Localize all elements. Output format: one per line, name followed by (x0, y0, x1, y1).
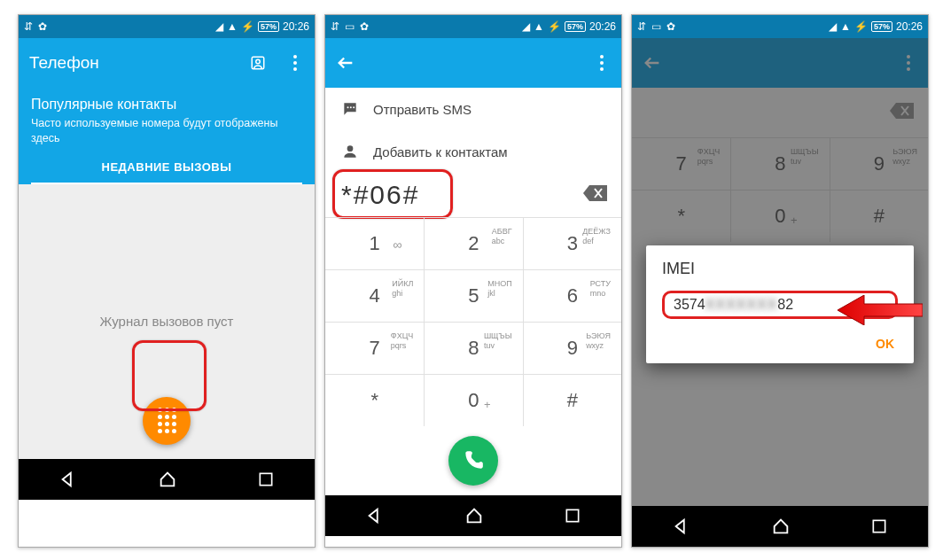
popular-contacts-banner: Популярные контакты Часто используемые н… (19, 88, 315, 184)
svg-point-6 (347, 145, 354, 152)
send-sms-action[interactable]: Отправить SMS (325, 88, 621, 130)
add-contact-label: Добавить к контактам (373, 144, 508, 159)
key-1[interactable]: 1∞ (325, 217, 424, 269)
sms-icon (341, 100, 359, 118)
nav-back-icon[interactable] (58, 470, 78, 489)
contact-card-icon[interactable] (249, 54, 267, 72)
call-row (325, 426, 621, 495)
key-3[interactable]: 3ДЕЁЖЗdef (523, 217, 621, 269)
battery-indicator: 57% (258, 21, 279, 32)
signal-icon: ▲ (534, 21, 544, 32)
usb-icon: ⇵ (637, 21, 646, 32)
dialpad-icon (158, 408, 176, 433)
key-2[interactable]: 2АБВГabc (424, 217, 522, 269)
svg-rect-2 (260, 473, 271, 485)
nav-recents-icon[interactable] (257, 471, 275, 488)
imei-hidden: XXXXXXX (705, 297, 778, 313)
svg-point-3 (347, 106, 349, 108)
usb-icon: ⇵ (24, 21, 33, 32)
status-bar: ⇵ ▭ ✿ ◢ ▲ ⚡ 57% 20:26 (325, 15, 621, 38)
nav-recents-icon[interactable] (564, 507, 581, 525)
svg-point-1 (256, 59, 261, 64)
key-8[interactable]: 8ШЩЪЫtuv (424, 322, 522, 374)
more-icon[interactable] (286, 54, 304, 72)
svg-rect-8 (873, 520, 885, 532)
more-icon[interactable] (593, 54, 611, 72)
dialog-title: IMEI (662, 260, 898, 278)
nav-home-icon[interactable] (771, 517, 791, 536)
app-title: Телефон (29, 53, 99, 73)
nav-home-icon[interactable] (158, 470, 177, 489)
number-input-row: *#06# (325, 173, 621, 217)
signal-icon: ▲ (227, 21, 238, 32)
wifi-icon: ◢ (215, 21, 223, 32)
charge-icon: ⚡ (548, 21, 561, 32)
keypad: 1∞2АБВГabc3ДЕЁЖЗdef4ИЙКЛghi5МНОПjkl6РСТУ… (325, 217, 621, 426)
phone-screen-2: ⇵ ▭ ✿ ◢ ▲ ⚡ 57% 20:26 Отправить SMS Доба… (324, 14, 622, 548)
nav-recents-icon[interactable] (870, 517, 888, 535)
dialpad-fab[interactable] (143, 397, 191, 445)
dialer-actions: Отправить SMS Добавить к контактам (325, 88, 621, 173)
back-icon[interactable] (336, 53, 355, 73)
status-bar: ⇵ ▭ ✿ ◢ ▲ ⚡ 57% 20:26 (632, 15, 928, 38)
popular-heading: Популярные контакты (31, 97, 302, 113)
svg-point-4 (350, 106, 352, 108)
svg-rect-7 (566, 509, 578, 521)
clock: 20:26 (589, 20, 616, 33)
key-#[interactable]: # (523, 374, 621, 426)
imei-suffix: 82 (777, 297, 793, 313)
charge-icon: ⚡ (241, 21, 254, 32)
phone-screen-3: ⇵ ▭ ✿ ◢ ▲ ⚡ 57% 20:26 1∞2АБВГabc3ДЕЁЖЗde… (631, 14, 929, 548)
screenshot-icon: ▭ (651, 21, 661, 32)
key-7[interactable]: 7ФХЦЧpqrs (325, 322, 424, 374)
debug-icon: ✿ (360, 21, 369, 32)
battery-indicator: 57% (871, 21, 892, 32)
clock: 20:26 (896, 20, 923, 33)
clock: 20:26 (283, 20, 309, 33)
nav-bar (19, 459, 315, 500)
wifi-icon: ◢ (829, 21, 837, 32)
key-5[interactable]: 5МНОПjkl (424, 269, 522, 322)
call-button[interactable] (448, 436, 498, 486)
usb-icon: ⇵ (331, 21, 339, 32)
debug-icon: ✿ (666, 21, 675, 32)
svg-point-5 (353, 106, 355, 108)
wifi-icon: ◢ (522, 21, 530, 32)
call-log-area: Журнал вызовов пуст (19, 184, 315, 459)
signal-icon: ▲ (840, 21, 851, 32)
key-4[interactable]: 4ИЙКЛghi (325, 269, 424, 322)
annotation-arrow (838, 295, 923, 325)
empty-log-text: Журнал вызовов пуст (100, 314, 234, 329)
screenshot-icon: ▭ (345, 21, 355, 32)
nav-back-icon[interactable] (672, 517, 691, 536)
key-9[interactable]: 9ЬЭЮЯwxyz (523, 322, 621, 374)
debug-icon: ✿ (38, 21, 47, 32)
app-bar (325, 38, 621, 88)
entered-number: *#06# (341, 180, 419, 210)
key-*[interactable]: * (325, 374, 424, 426)
nav-back-icon[interactable] (365, 506, 385, 525)
nav-bar (632, 506, 928, 547)
charge-icon: ⚡ (854, 21, 868, 32)
key-0[interactable]: 0+ (424, 374, 522, 426)
key-6[interactable]: 6РСТУmno (523, 269, 621, 322)
app-bar: Телефон (19, 38, 315, 88)
add-contact-action[interactable]: Добавить к контактам (325, 130, 621, 173)
phone-screen-1: ⇵ ✿ ◢ ▲ ⚡ 57% 20:26 Телефон Популярные к… (18, 14, 316, 548)
battery-indicator: 57% (565, 21, 586, 32)
popular-subtext: Часто используемые номера будут отображе… (31, 116, 302, 146)
nav-bar (325, 495, 621, 536)
backspace-icon[interactable] (582, 183, 609, 206)
imei-prefix: 3574 (674, 297, 705, 313)
nav-home-icon[interactable] (464, 506, 484, 525)
add-contact-icon (341, 143, 359, 160)
send-sms-label: Отправить SMS (373, 102, 472, 117)
status-bar: ⇵ ✿ ◢ ▲ ⚡ 57% 20:26 (19, 15, 315, 38)
recent-calls-tab[interactable]: НЕДАВНИЕ ВЫЗОВЫ (31, 160, 302, 184)
dialog-ok-button[interactable]: OK (662, 331, 898, 356)
